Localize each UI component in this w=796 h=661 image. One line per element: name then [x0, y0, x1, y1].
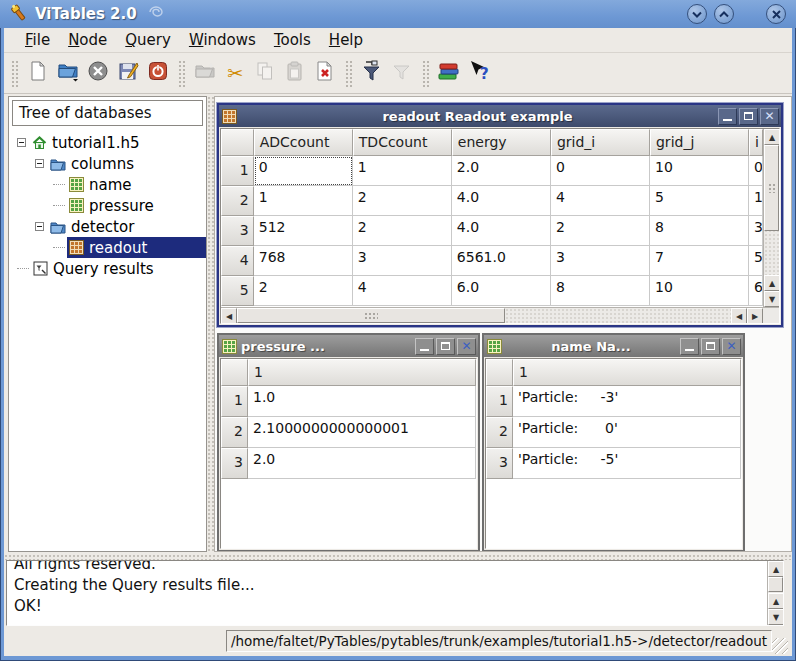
scroll-up-button[interactable]: ▲	[768, 593, 784, 609]
scrollbar-thumb[interactable]	[768, 577, 783, 592]
maximize-button[interactable]	[701, 338, 720, 355]
tree-item-body[interactable]: detector	[48, 216, 206, 237]
menu-help[interactable]: Help	[320, 29, 372, 51]
maximize-button[interactable]	[739, 108, 758, 125]
scrollbar-thumb[interactable]	[764, 145, 779, 231]
tree-item-name[interactable]: name	[9, 174, 206, 195]
table-cell[interactable]: 6561.0	[452, 246, 551, 276]
users-guide-button[interactable]	[434, 58, 464, 88]
tree-item-readout[interactable]: readout	[9, 237, 206, 258]
scrollbar-thumb[interactable]	[237, 308, 505, 323]
table-cell[interactable]: 0	[254, 156, 353, 186]
minimize-button[interactable]	[415, 338, 434, 355]
table-cell[interactable]: 2	[551, 216, 650, 246]
table-cell[interactable]: 4.0	[452, 186, 551, 216]
column-header-1[interactable]: 1	[248, 359, 476, 386]
pressure-window[interactable]: pressure ... ✕ 111.022.10000000000000013…	[217, 333, 480, 552]
toolbar-drag-handle[interactable]	[10, 59, 19, 87]
table-cell[interactable]: 4	[551, 186, 650, 216]
row-header[interactable]: 5	[221, 276, 254, 306]
column-header-1[interactable]: 1	[513, 359, 741, 386]
table-cell[interactable]: 2.0	[248, 448, 476, 479]
minimize-button[interactable]	[718, 108, 737, 125]
table-cell[interactable]: 2	[254, 276, 353, 306]
toolbar-drag-handle[interactable]	[421, 59, 430, 87]
menu-node[interactable]: Node	[59, 29, 116, 51]
readout-window-titlebar[interactable]: readout Readout example ✕	[219, 105, 781, 127]
table-cell[interactable]: 6.0	[452, 276, 551, 306]
menu-file[interactable]: File	[16, 29, 59, 51]
tree-item-body[interactable]: name	[67, 174, 206, 195]
close-icon[interactable]: ✕	[760, 108, 779, 125]
scroll-up-button[interactable]: ▲	[768, 561, 784, 577]
minimize-button[interactable]	[680, 338, 699, 355]
table-cell[interactable]: 4	[353, 276, 452, 306]
cut-node-button[interactable]: ✂	[220, 58, 250, 88]
clipped-table-cell[interactable]: 3	[749, 216, 763, 246]
table-cell[interactable]: 1	[353, 156, 452, 186]
clipped-table-cell[interactable]: 0	[749, 156, 763, 186]
name-window-titlebar[interactable]: name Na... ✕	[484, 335, 743, 357]
row-header[interactable]: 2	[221, 417, 248, 448]
toolbar-drag-handle[interactable]	[344, 59, 353, 87]
column-header-grid_i[interactable]: grid_i	[551, 129, 650, 156]
table-corner-cell[interactable]	[221, 359, 248, 386]
table-cell[interactable]: 2	[353, 216, 452, 246]
menu-windows[interactable]: Windows	[180, 29, 265, 51]
table-cell[interactable]: 2.0	[452, 156, 551, 186]
column-header-tdccount[interactable]: TDCcount	[353, 129, 452, 156]
maximize-button[interactable]	[436, 338, 455, 355]
log-vertical-scrollbar[interactable]: ▲ ▲ ▼	[767, 561, 783, 625]
close-window-button[interactable]	[766, 4, 786, 24]
resize-grip[interactable]	[772, 638, 788, 654]
scroll-left-button[interactable]: ◀	[221, 308, 237, 324]
scroll-up-button[interactable]: ▲	[764, 275, 779, 291]
table-cell[interactable]: 3	[551, 246, 650, 276]
table-cell[interactable]: 2.1000000000000001	[248, 417, 476, 448]
scroll-up-button[interactable]: ▲	[764, 129, 779, 145]
readout-window[interactable]: readout Readout example ✕ ADCcountTDCcou…	[217, 103, 783, 327]
window-titlebar[interactable]: ViTables 2.0	[0, 0, 796, 28]
column-header-grid_j[interactable]: grid_j	[650, 129, 749, 156]
readout-vertical-scrollbar[interactable]: ▲ ▲ ▼	[763, 129, 779, 307]
close-icon[interactable]: ✕	[457, 338, 476, 355]
name-window[interactable]: name Na... ✕ 11'Particle: -3'2'Particle:…	[482, 333, 745, 552]
tree-item-detector[interactable]: detector	[9, 216, 206, 237]
column-header-adccount[interactable]: ADCcount	[254, 129, 353, 156]
clipped-table-cell[interactable]: 6	[749, 276, 763, 306]
column-header-energy[interactable]: energy	[452, 129, 551, 156]
scroll-right-button[interactable]: ▶	[747, 308, 763, 324]
table-cell[interactable]: 8	[551, 276, 650, 306]
row-header[interactable]: 1	[221, 386, 248, 417]
tree-item-columns[interactable]: columns	[9, 153, 206, 174]
table-corner-cell[interactable]	[486, 359, 513, 386]
whats-this-button[interactable]: ?	[464, 58, 494, 88]
table-cell[interactable]: 10	[650, 156, 749, 186]
close-icon[interactable]: ✕	[722, 338, 741, 355]
tree-item-body[interactable]: Query results	[31, 258, 206, 279]
clipped-table-cell[interactable]: 5	[749, 246, 763, 276]
table-cell[interactable]: 8	[650, 216, 749, 246]
table-corner-cell[interactable]	[221, 129, 254, 156]
tree-item-body[interactable]: readout	[67, 237, 206, 258]
tree-item-body[interactable]: columns	[48, 153, 206, 174]
tree-item-pressure[interactable]: pressure	[9, 195, 206, 216]
toolbar-drag-handle[interactable]	[177, 59, 186, 87]
row-header[interactable]: 4	[221, 246, 254, 276]
row-header[interactable]: 1	[221, 156, 254, 186]
save-file-as-button[interactable]	[113, 58, 143, 88]
shade-button[interactable]	[687, 4, 707, 24]
table-cell[interactable]: 2	[353, 186, 452, 216]
tree-item-body[interactable]: pressure	[67, 195, 206, 216]
row-header[interactable]: 2	[486, 417, 513, 448]
row-header[interactable]: 3	[221, 216, 254, 246]
scroll-down-button[interactable]: ▼	[764, 291, 779, 307]
clipped-column-header[interactable]: i	[749, 129, 763, 156]
table-cell[interactable]: 1.0	[248, 386, 476, 417]
menu-query[interactable]: Query	[116, 29, 180, 51]
tree-item-query-results[interactable]: Query results	[9, 258, 206, 279]
collapse-toggle-icon[interactable]	[17, 138, 26, 147]
log-console[interactable]: All rights reserved.Creating the Query r…	[6, 560, 784, 626]
delete-node-button[interactable]	[310, 58, 340, 88]
collapse-toggle-icon[interactable]	[35, 222, 44, 231]
